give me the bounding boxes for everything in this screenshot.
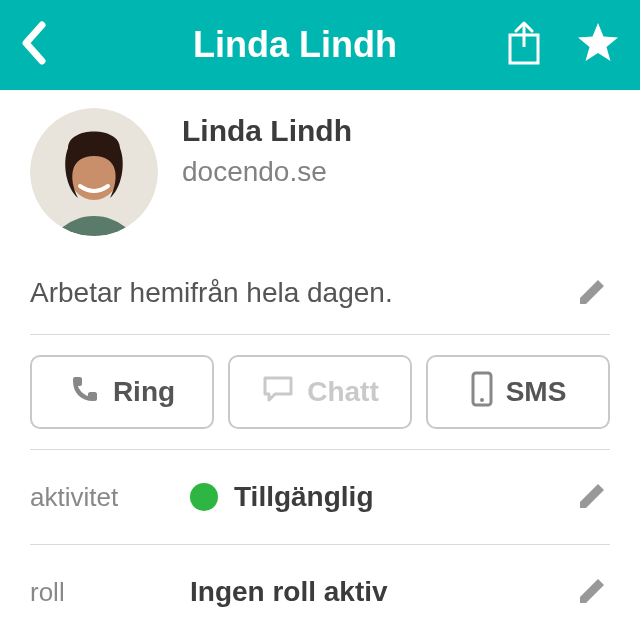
status-message-row: Arbetar hemifrån hela dagen. xyxy=(30,256,610,334)
share-icon[interactable] xyxy=(504,19,544,71)
call-label: Ring xyxy=(113,376,175,408)
role-value: Ingen roll aktiv xyxy=(190,576,388,608)
role-row: roll Ingen roll aktiv xyxy=(30,545,610,617)
app-header: Linda Lindh xyxy=(0,0,640,90)
pencil-icon[interactable] xyxy=(576,478,610,516)
profile-section: Linda Lindh docendo.se xyxy=(30,108,610,256)
pencil-icon[interactable] xyxy=(576,573,610,611)
phone-icon xyxy=(69,373,101,412)
mobile-icon xyxy=(470,371,494,414)
profile-name: Linda Lindh xyxy=(182,114,352,148)
status-dot-icon xyxy=(190,483,218,511)
svg-point-6 xyxy=(480,398,484,402)
profile-org: docendo.se xyxy=(182,156,352,188)
chat-icon xyxy=(261,374,295,411)
pencil-icon[interactable] xyxy=(576,274,610,312)
page-title: Linda Lindh xyxy=(120,24,470,66)
chat-button[interactable]: Chatt xyxy=(228,355,412,429)
activity-row: aktivitet Tillgänglig xyxy=(30,450,610,544)
back-icon[interactable] xyxy=(20,21,48,69)
action-buttons: Ring Chatt SMS xyxy=(30,335,610,449)
avatar xyxy=(30,108,158,236)
sms-button[interactable]: SMS xyxy=(426,355,610,429)
activity-label: aktivitet xyxy=(30,482,170,513)
call-button[interactable]: Ring xyxy=(30,355,214,429)
star-icon[interactable] xyxy=(576,21,620,69)
chat-label: Chatt xyxy=(307,376,379,408)
sms-label: SMS xyxy=(506,376,567,408)
activity-value: Tillgänglig xyxy=(234,481,373,513)
status-message: Arbetar hemifrån hela dagen. xyxy=(30,277,393,309)
role-label: roll xyxy=(30,577,170,608)
